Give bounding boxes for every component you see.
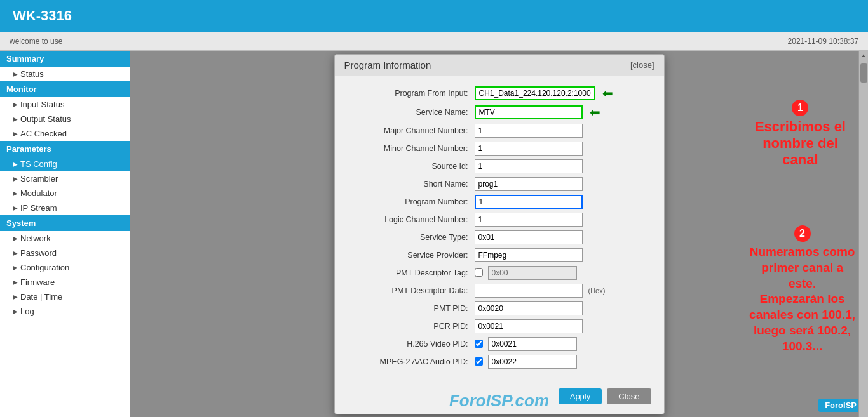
sidebar-label-password: Password: [20, 248, 57, 258]
source-id-label: Source Id:: [348, 162, 475, 171]
sidebar-label-configuration: Configuration: [20, 263, 69, 272]
program-from-input-row: Program From Input: ⬅: [348, 86, 651, 101]
source-id-field[interactable]: [475, 159, 583, 173]
pmt-descriptor-data-field[interactable]: [475, 284, 583, 298]
sidebar-item-datetime[interactable]: ▶ Date | Time: [0, 289, 130, 304]
arrow-icon: ▶: [13, 175, 18, 182]
h265-video-pid-row: H.265 Video PID:: [348, 337, 651, 351]
minor-channel-row: Minor Channel Number:: [348, 142, 651, 156]
source-id-row: Source Id:: [348, 159, 651, 173]
annotation-2: 2 Numeramos como primer canal a este. Em…: [749, 225, 855, 354]
service-type-field[interactable]: [475, 230, 583, 244]
annotation-1: 1 Escribimos el nombre del canal: [755, 98, 846, 169]
minor-channel-field[interactable]: [475, 142, 583, 156]
dialog-body: Program From Input: ⬅ Service Name: ⬅: [335, 76, 664, 385]
minor-channel-label: Minor Channel Number:: [348, 144, 475, 153]
app-title: WK-3316: [13, 8, 72, 24]
h265-video-pid-label: H.265 Video PID:: [348, 340, 475, 348]
sidebar-label-input-status: Input Status: [20, 100, 64, 109]
pmt-descriptor-data-group: (Hex): [475, 284, 606, 298]
sidebar-item-password[interactable]: ▶ Password: [0, 246, 130, 260]
mpeg2-aac-audio-checkbox[interactable]: [475, 357, 483, 366]
sidebar-item-log[interactable]: ▶ Log: [0, 304, 130, 319]
apply-button[interactable]: Apply: [559, 388, 602, 404]
major-channel-field[interactable]: [475, 124, 583, 138]
scroll-up-arrow[interactable]: ▲: [859, 51, 868, 60]
mpeg2-aac-audio-field[interactable]: [488, 355, 577, 369]
sidebar-item-configuration[interactable]: ▶ Configuration: [0, 260, 130, 275]
annotation-1-text: Escribimos el nombre del canal: [755, 119, 846, 169]
h265-video-pid-checkbox[interactable]: [475, 340, 483, 348]
pmt-descriptor-tag-label: PMT Descriptor Tag:: [348, 268, 475, 277]
pmt-pid-field[interactable]: [475, 301, 583, 315]
close-button[interactable]: Close: [607, 388, 651, 404]
service-type-label: Service Type:: [348, 233, 475, 242]
sidebar-section-system: System: [0, 215, 130, 231]
app-header: WK-3316: [0, 0, 868, 32]
logic-channel-field[interactable]: [475, 213, 583, 227]
h265-video-pid-group: [475, 337, 577, 351]
scrollbar-right[interactable]: ▲: [858, 51, 868, 417]
sidebar-label-network: Network: [20, 234, 51, 243]
service-name-field[interactable]: [475, 105, 583, 119]
pmt-descriptor-tag-field[interactable]: [488, 266, 577, 280]
h265-video-pid-field[interactable]: [488, 337, 577, 351]
arrow-icon: ▶: [13, 293, 18, 300]
arrow-icon: ▶: [13, 235, 18, 242]
subheader-bar: welcome to use 2021-11-09 10:38:37: [0, 32, 868, 51]
sidebar-label-scrambler: Scrambler: [20, 174, 58, 183]
sidebar-item-input-status[interactable]: ▶ Input Status: [0, 97, 130, 112]
sidebar-section-summary: Summary: [0, 51, 130, 67]
sidebar-label-firmware: Firmware: [20, 277, 55, 287]
service-provider-label: Service Provider:: [348, 251, 475, 260]
sidebar-item-scrambler[interactable]: ▶ Scrambler: [0, 171, 130, 186]
sidebar-item-network[interactable]: ▶ Network: [0, 231, 130, 246]
short-name-label: Short Name:: [348, 180, 475, 189]
dialog-title: Program Information: [344, 60, 431, 70]
sidebar-item-ip-stream[interactable]: ▶ IP Stream: [0, 201, 130, 215]
pcr-pid-field[interactable]: [475, 319, 583, 333]
arrow-icon: ▶: [13, 264, 18, 271]
pmt-pid-row: PMT PID:: [348, 301, 651, 315]
program-number-group: [475, 195, 583, 209]
program-from-input-field[interactable]: [475, 86, 595, 100]
foroisp-badge: ForoISP: [818, 399, 863, 412]
service-name-group: ⬅: [475, 105, 600, 120]
sidebar-item-ts-config[interactable]: ▶ TS Config: [0, 157, 130, 171]
pmt-pid-label: PMT PID:: [348, 304, 475, 313]
sidebar-item-status[interactable]: ▶ Status: [0, 67, 130, 81]
pmt-descriptor-tag-checkbox[interactable]: [475, 268, 483, 277]
scroll-thumb[interactable]: [860, 63, 867, 83]
sidebar-item-ac-checked[interactable]: ▶ AC Checked: [0, 126, 130, 141]
welcome-text: welcome to use: [10, 37, 62, 46]
short-name-field[interactable]: [475, 177, 583, 191]
dialog-close-link[interactable]: [close]: [630, 60, 654, 70]
arrow-icon: ▶: [13, 190, 18, 197]
mpeg2-aac-audio-row: MPEG-2 AAC Audio PID:: [348, 355, 651, 369]
dialog-header: Program Information [close]: [335, 55, 664, 76]
arrow-icon: ▶: [13, 308, 18, 315]
service-provider-field[interactable]: [475, 248, 583, 262]
sidebar-item-modulator[interactable]: ▶ Modulator: [0, 186, 130, 201]
sidebar-section-monitor: Monitor: [0, 81, 130, 97]
sidebar-section-parameters: Parameters: [0, 141, 130, 157]
arrow-icon: ▶: [13, 116, 18, 122]
program-number-field[interactable]: [475, 195, 583, 209]
sidebar-item-output-status[interactable]: ▶ Output Status: [0, 112, 130, 126]
service-provider-row: Service Provider:: [348, 248, 651, 262]
program-number-label: Program Number:: [348, 197, 475, 206]
sidebar-item-firmware[interactable]: ▶ Firmware: [0, 275, 130, 289]
sidebar-label-ip-stream: IP Stream: [20, 203, 57, 213]
service-name-label: Service Name:: [348, 108, 475, 117]
logic-channel-label: Logic Channel Number:: [348, 215, 475, 224]
annotation-2-text: Numeramos como primer canal a este. Empe…: [749, 244, 855, 354]
annotation-2-badge: 2: [749, 225, 855, 244]
mpeg2-aac-audio-group: [475, 355, 577, 369]
sidebar-label-output-status: Output Status: [20, 114, 71, 124]
modal-overlay: 1 Escribimos el nombre del canal 2 Numer…: [130, 51, 868, 417]
annotation-1-badge: 1: [755, 98, 846, 119]
pmt-descriptor-tag-row: PMT Descriptor Tag:: [348, 266, 651, 280]
datetime-display: 2021-11-09 10:38:37: [788, 37, 858, 46]
major-channel-label: Major Channel Number:: [348, 126, 475, 135]
program-info-dialog: Program Information [close] Program From…: [334, 54, 665, 414]
